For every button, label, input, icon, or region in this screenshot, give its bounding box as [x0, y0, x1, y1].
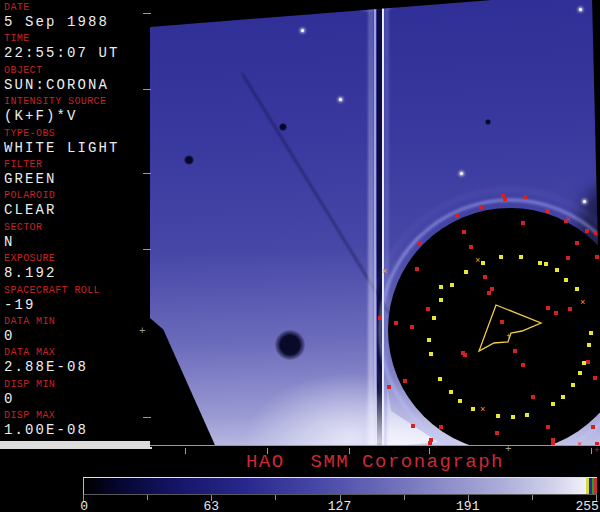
- colorbar-tick-label: 191: [456, 499, 479, 512]
- field-value: 0: [4, 328, 150, 345]
- image-title: HAO SMM Coronagraph: [150, 451, 600, 473]
- colorbar-tick-label: 255: [575, 499, 598, 512]
- field-label: OBJECT: [4, 65, 150, 77]
- metadata-field: DATA MAX 2.88E-08: [0, 347, 150, 378]
- metadata-field: DISP MIN 0: [0, 379, 150, 410]
- field-label: DATE: [4, 2, 150, 14]
- metadata-field: SPACECRAFT ROLL -19: [0, 285, 150, 316]
- pointing-polygon: [150, 0, 600, 447]
- metadata-field: TYPE-OBS WHITE LIGHT: [0, 128, 150, 159]
- field-value: 8.192: [4, 265, 150, 282]
- smm-coronagraph-viewer: DATE 5 Sep 1988 TIME 22:55:07 UT OBJECT …: [0, 0, 600, 512]
- metadata-panel: DATE 5 Sep 1988 TIME 22:55:07 UT OBJECT …: [0, 0, 150, 447]
- metadata-field: OBJECT SUN:CORONA: [0, 65, 150, 96]
- colorbar-minor-tick: [275, 495, 276, 500]
- left-edge-tick: [143, 13, 151, 14]
- field-label: DISP MIN: [4, 379, 150, 391]
- colorbar-minor-tick: [532, 495, 533, 500]
- colorbar-tick-label: 63: [203, 499, 219, 512]
- field-value: 22:55:07 UT: [4, 45, 150, 62]
- metadata-field: FILTER GREEN: [0, 159, 150, 190]
- field-value: -19: [4, 297, 150, 314]
- field-label: FILTER: [4, 159, 150, 171]
- field-value: 0: [4, 391, 150, 408]
- panel-bottom-strip: [0, 441, 152, 449]
- field-label: POLAROID: [4, 190, 150, 202]
- field-label: SPACECRAFT ROLL: [4, 285, 150, 297]
- field-value: CLEAR: [4, 202, 150, 219]
- field-value: WHITE LIGHT: [4, 140, 150, 157]
- left-edge-tick: [143, 89, 151, 90]
- metadata-field: DISP MAX 1.00E-08: [0, 410, 150, 441]
- polygon-plus-marker: +: [506, 333, 511, 342]
- field-label: EXPOSURE: [4, 253, 150, 265]
- left-edge-tick: [143, 173, 151, 174]
- metadata-field: INTENSITY SOURCE (K+F)*V: [0, 96, 150, 127]
- coronagraph-image: ××××××× +: [150, 0, 600, 447]
- field-value: 5 Sep 1988: [4, 14, 150, 31]
- field-label: DATA MAX: [4, 347, 150, 359]
- colorbar-tick-label: 127: [328, 499, 351, 512]
- left-edge-tick: [143, 249, 151, 250]
- metadata-field: SECTOR N: [0, 222, 150, 253]
- field-label: TYPE-OBS: [4, 128, 150, 140]
- field-label: INTENSITY SOURCE: [4, 96, 150, 108]
- field-value: 1.00E-08: [4, 422, 150, 439]
- colorbar-tick-label: 0: [80, 499, 88, 512]
- field-value: GREEN: [4, 171, 150, 188]
- field-value: N: [4, 234, 150, 251]
- metadata-field: TIME 22:55:07 UT: [0, 33, 150, 64]
- metadata-field: EXPOSURE 8.192: [0, 253, 150, 284]
- field-value: 2.88E-08: [4, 359, 150, 376]
- metadata-field: DATA MIN 0: [0, 316, 150, 347]
- left-edge-tick: [143, 417, 151, 418]
- metadata-field: DATE 5 Sep 1988: [0, 2, 150, 33]
- field-value: (K+F)*V: [4, 108, 150, 125]
- field-value: SUN:CORONA: [4, 77, 150, 94]
- metadata-field: POLAROID CLEAR: [0, 190, 150, 221]
- field-label: SECTOR: [4, 222, 150, 234]
- colorbar-gradient: [83, 477, 597, 495]
- colorbar-minor-tick: [147, 495, 148, 500]
- field-label: TIME: [4, 33, 150, 45]
- left-edge-plus-tick: +: [139, 326, 146, 337]
- image-bottom-edge: [150, 446, 600, 447]
- field-label: DATA MIN: [4, 316, 150, 328]
- field-label: DISP MAX: [4, 410, 150, 422]
- colorbar-minor-tick: [404, 495, 405, 500]
